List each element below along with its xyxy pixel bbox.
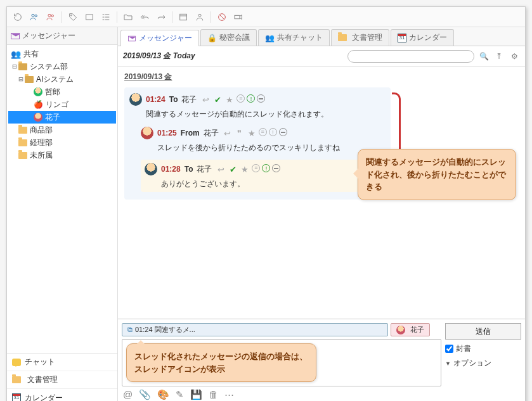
tree-shohin[interactable]: 商品部	[8, 124, 116, 136]
users-blue-icon[interactable]	[27, 10, 41, 24]
svg-rect-9	[235, 15, 240, 18]
refresh-icon[interactable]	[11, 10, 25, 24]
main-split: メッセンジャー 👥 共有 ⊟ システム部 ⊟ AIシステム	[7, 27, 525, 401]
tree: 👥 共有 ⊟ システム部 ⊟ AIシステム 哲郎	[7, 45, 117, 353]
check-icon[interactable]: ✔	[212, 94, 223, 105]
message-body: 関連するメッセージが自動的にスレッド化されます。	[129, 106, 386, 120]
tree-user-hanako[interactable]: 花子	[8, 111, 116, 124]
sidebar: メッセンジャー 👥 共有 ⊟ システム部 ⊟ AIシステム	[7, 27, 118, 401]
search-icon[interactable]: 🔍	[478, 51, 490, 62]
folder-icon	[12, 376, 21, 383]
tree-aisystem[interactable]: ⊟ AIシステム	[8, 73, 116, 86]
users-red-icon[interactable]	[44, 10, 58, 24]
menu-icon[interactable]	[252, 164, 260, 172]
compose-area: ⧉ 01:24 関連するメ... 花子 スレッド化されたメッセージの返信の場合は…	[118, 319, 525, 401]
folder-icon	[18, 127, 27, 134]
reply-all-icon[interactable]	[138, 10, 152, 24]
camera-icon[interactable]	[231, 10, 245, 24]
window-icon[interactable]	[176, 10, 190, 24]
separator	[172, 11, 172, 23]
separator	[211, 11, 211, 23]
alert-icon[interactable]	[247, 94, 255, 103]
message-item: 01:25 From 花子 ↩ ❞ ★	[141, 126, 386, 153]
avatar-icon	[145, 163, 157, 175]
attach-icon[interactable]: 📎	[139, 389, 151, 400]
alert-icon[interactable]	[262, 164, 270, 172]
main-toolbar	[7, 7, 525, 27]
chat-icon	[12, 359, 21, 366]
tag-icon[interactable]	[66, 10, 80, 24]
svg-point-0	[32, 14, 34, 16]
tree-mishozoku[interactable]: 未所属	[8, 149, 116, 162]
person-icon[interactable]	[193, 10, 207, 24]
tab-calendar[interactable]: 31 カレンダー	[391, 29, 454, 46]
thread-icon: ⧉	[127, 326, 133, 334]
tree-user-tetsuro[interactable]: 哲郎	[8, 86, 116, 98]
gear-icon[interactable]: ⚙	[509, 51, 520, 62]
group-icon: 👥	[11, 49, 21, 59]
menu-icon[interactable]	[237, 94, 245, 103]
menu-icon[interactable]	[259, 128, 267, 136]
compose-thread-tab[interactable]: ⧉ 01:24 関連するメ...	[122, 323, 388, 336]
check-icon[interactable]: ✔	[228, 164, 238, 174]
more-icon[interactable]: ⋯	[224, 389, 234, 400]
palette-icon[interactable]: 🎨	[157, 389, 169, 400]
tree-system[interactable]: ⊟ システム部	[8, 60, 116, 73]
svg-point-1	[35, 15, 37, 16]
trash-icon[interactable]: 🗑	[209, 389, 218, 400]
collapse-icon[interactable]	[257, 94, 265, 103]
folder-open-icon	[25, 76, 34, 83]
quote-icon[interactable]: ❞	[235, 128, 245, 138]
calendar-icon: 31	[12, 393, 21, 401]
save-icon[interactable]: 💾	[190, 389, 202, 400]
reply-icon[interactable]: ↩	[216, 164, 226, 174]
tree-keiri[interactable]: 経理部	[8, 136, 116, 149]
message-body: スレッドを後から折りたためるのでスッキリしますね	[141, 140, 386, 153]
collapse-icon[interactable]	[272, 164, 280, 172]
tab-messenger[interactable]: メッセンジャー	[120, 30, 199, 46]
date-bar: 2019/09/13 金 Today 🔍 ⤒ ⚙	[118, 46, 525, 67]
sealed-option[interactable]: 封書	[445, 343, 521, 354]
message-actions: ↩ ✔ ★	[216, 164, 280, 174]
compose-input[interactable]: スレッド化されたメッセージの返信の場合は、スレッドアイコンが表示	[122, 339, 441, 386]
edit-icon[interactable]: ✎	[176, 389, 184, 400]
sealed-checkbox[interactable]	[445, 345, 453, 353]
calendar-icon: 31	[398, 34, 406, 42]
star-icon[interactable]: ★	[224, 94, 235, 105]
alert-icon[interactable]	[269, 128, 277, 136]
list-icon[interactable]	[99, 10, 113, 24]
svg-point-3	[51, 15, 53, 16]
tree-user-ringo[interactable]: 🍎 リンゴ	[8, 98, 116, 111]
tab-docs[interactable]: 文書管理	[331, 29, 389, 46]
message-time: 01:24	[146, 95, 165, 104]
nav-chat[interactable]: チャット	[7, 353, 117, 371]
forward-icon[interactable]	[154, 10, 168, 24]
message-time: 01:25	[157, 129, 177, 137]
nav-calendar[interactable]: 31 カレンダー	[7, 389, 117, 401]
expand-icon[interactable]: ⊟	[11, 62, 18, 71]
compose-user-tab[interactable]: 花子	[391, 323, 430, 336]
options-toggle[interactable]: ▼ オプション	[445, 358, 521, 369]
message-thread: 01:24 To 花子 ↩ ✔ ★	[124, 87, 391, 200]
star-icon[interactable]: ★	[240, 164, 250, 174]
block-icon[interactable]	[215, 10, 229, 24]
rect-icon[interactable]	[82, 10, 96, 24]
svg-point-4	[71, 15, 72, 15]
expand-icon[interactable]: ⊟	[17, 75, 25, 84]
svg-point-2	[48, 14, 51, 16]
message-area: 2019/09/13 金 01:24 To 花子 ↩ ✔ ★	[118, 67, 525, 319]
scroll-top-icon[interactable]: ⤒	[493, 51, 505, 62]
star-icon[interactable]: ★	[247, 128, 257, 138]
search-input[interactable]	[347, 50, 474, 63]
tab-shared[interactable]: 👥 共有チャット	[258, 29, 330, 46]
folder-open-icon[interactable]	[121, 10, 135, 24]
collapse-icon[interactable]	[279, 128, 287, 136]
tree-share[interactable]: 👥 共有	[8, 48, 116, 60]
app-window: メッセンジャー 👥 共有 ⊟ システム部 ⊟ AIシステム	[6, 6, 526, 401]
tab-secret[interactable]: 🔒 秘密会議	[200, 29, 257, 46]
reply-icon[interactable]: ↩	[200, 94, 211, 105]
mention-icon[interactable]: @	[123, 389, 133, 400]
nav-docs[interactable]: 文書管理	[7, 371, 117, 389]
send-button[interactable]: 送信	[445, 323, 521, 340]
reply-icon[interactable]: ↩	[223, 128, 233, 138]
